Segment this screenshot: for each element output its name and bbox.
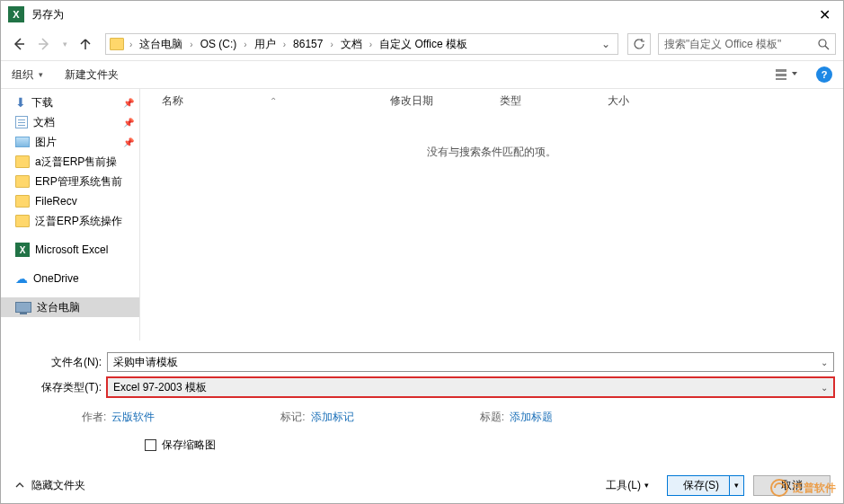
- chevron-down-icon[interactable]: ⌄: [821, 358, 828, 367]
- arrow-right-icon: [37, 37, 51, 51]
- sidebar: ⬇下载📌 文档📌 图片📌 a泛普ERP售前操 ERP管理系统售前 FileRec…: [1, 89, 140, 340]
- sidebar-item-excel[interactable]: XMicrosoft Excel: [1, 240, 139, 260]
- search-placeholder: 搜索"自定义 Office 模板": [664, 37, 817, 52]
- recent-dropdown[interactable]: ▾: [58, 33, 71, 55]
- title-bar: X 另存为 ✕: [1, 1, 843, 28]
- folder-icon: [15, 195, 30, 208]
- col-name[interactable]: 名称: [162, 93, 183, 109]
- forward-button[interactable]: [33, 33, 55, 55]
- picture-icon: [15, 137, 30, 147]
- up-button[interactable]: [75, 33, 96, 55]
- save-button[interactable]: 保存(S) ▾: [667, 475, 744, 496]
- chevron-right-icon[interactable]: ›: [126, 40, 136, 49]
- filetype-label: 保存类型(T):: [10, 380, 107, 395]
- tools-button[interactable]: 工具(L)▾: [606, 478, 649, 493]
- save-dropdown[interactable]: ▾: [729, 476, 743, 495]
- breadcrumb-item[interactable]: 这台电脑: [136, 37, 186, 52]
- folder-icon: [15, 155, 30, 168]
- col-size[interactable]: 大小: [608, 93, 629, 109]
- chevron-down-icon: ▾: [644, 481, 649, 490]
- chevron-up-icon: [13, 479, 26, 491]
- footer: 隐藏文件夹 工具(L)▾ 保存(S) ▾ 取消: [1, 467, 843, 503]
- sidebar-item-pictures[interactable]: 图片📌: [1, 132, 139, 152]
- arrow-up-icon: [78, 37, 93, 51]
- folder-icon: [15, 175, 30, 188]
- file-list-area: 名称 ⌃ 修改日期 类型 大小 没有与搜索条件匹配的项。: [140, 89, 843, 340]
- filename-input[interactable]: 采购申请模板⌄: [107, 352, 834, 372]
- svg-rect-4: [776, 69, 786, 72]
- arrow-left-icon: [12, 37, 26, 51]
- hide-folders-button[interactable]: 隐藏文件夹: [13, 478, 85, 493]
- new-folder-button[interactable]: 新建文件夹: [65, 67, 119, 83]
- col-type[interactable]: 类型: [500, 93, 521, 109]
- meta-tags[interactable]: 标记:添加标记: [280, 410, 353, 425]
- chevron-right-icon[interactable]: ›: [366, 40, 376, 49]
- col-date[interactable]: 修改日期: [390, 93, 433, 109]
- sidebar-item-documents[interactable]: 文档📌: [1, 112, 139, 132]
- breadcrumb-item[interactable]: OS (C:): [197, 38, 241, 50]
- close-button[interactable]: ✕: [813, 6, 836, 23]
- empty-message: 没有与搜索条件匹配的项。: [140, 145, 843, 160]
- chevron-right-icon[interactable]: ›: [186, 40, 196, 49]
- breadcrumb-item[interactable]: 自定义 Office 模板: [376, 37, 471, 52]
- thumbnail-label[interactable]: 保存缩略图: [162, 438, 216, 453]
- pin-icon: 📌: [123, 118, 134, 128]
- svg-line-3: [825, 46, 829, 49]
- help-button[interactable]: ?: [816, 66, 832, 83]
- body-area: ⬇下载📌 文档📌 图片📌 a泛普ERP售前操 ERP管理系统售前 FileRec…: [1, 89, 843, 340]
- svg-rect-5: [776, 74, 786, 76]
- breadcrumb-dropdown[interactable]: ⌄: [596, 38, 616, 50]
- breadcrumb-item[interactable]: 用户: [251, 37, 280, 52]
- column-headers[interactable]: 名称 ⌃ 修改日期 类型 大小: [140, 89, 843, 112]
- cloud-icon: ☁: [15, 271, 28, 286]
- meta-author[interactable]: 作者:云版软件: [82, 410, 155, 425]
- save-form: 文件名(N): 采购申请模板⌄ 保存类型(T): Excel 97-2003 模…: [1, 340, 843, 453]
- breadcrumb-item[interactable]: 文档: [337, 37, 366, 52]
- svg-point-2: [819, 40, 826, 47]
- thumbnail-checkbox[interactable]: [145, 439, 156, 451]
- download-icon: ⬇: [15, 95, 26, 110]
- meta-title[interactable]: 标题:添加标题: [480, 410, 553, 425]
- pin-icon: 📌: [123, 98, 134, 108]
- sidebar-item-folder[interactable]: ERP管理系统售前: [1, 172, 139, 191]
- nav-row: ▾ › 这台电脑 › OS (C:) › 用户 › 86157 › 文档 › 自…: [1, 28, 843, 60]
- filetype-select[interactable]: Excel 97-2003 模板⌄: [107, 377, 834, 397]
- sidebar-item-folder[interactable]: a泛普ERP售前操: [1, 152, 139, 172]
- toolbar: 组织 新建文件夹 ?: [1, 60, 843, 89]
- window-title: 另存为: [31, 7, 64, 22]
- chevron-right-icon[interactable]: ›: [280, 40, 289, 49]
- excel-icon: X: [15, 243, 30, 257]
- folder-icon: [108, 35, 126, 53]
- view-toggle[interactable]: [775, 67, 800, 82]
- sidebar-item-downloads[interactable]: ⬇下载📌: [1, 93, 139, 112]
- refresh-icon: [633, 38, 645, 50]
- pc-icon: [15, 302, 31, 313]
- excel-app-icon: X: [8, 6, 24, 22]
- sort-indicator-icon: ⌃: [270, 96, 277, 106]
- chevron-right-icon[interactable]: ›: [326, 40, 336, 49]
- back-button[interactable]: [8, 33, 30, 55]
- organize-button[interactable]: 组织: [12, 67, 43, 83]
- pin-icon: 📌: [123, 137, 134, 147]
- cancel-button[interactable]: 取消: [753, 475, 831, 496]
- chevron-down-icon[interactable]: ⌄: [821, 383, 828, 393]
- sidebar-item-folder[interactable]: 泛普ERP系统操作: [1, 211, 139, 231]
- chevron-right-icon[interactable]: ›: [240, 40, 250, 49]
- refresh-button[interactable]: [627, 33, 651, 55]
- sidebar-item-thispc[interactable]: 这台电脑: [1, 297, 139, 317]
- search-icon[interactable]: [817, 38, 830, 50]
- breadcrumb-item[interactable]: 86157: [289, 38, 326, 50]
- sidebar-item-onedrive[interactable]: ☁OneDrive: [1, 269, 139, 288]
- chevron-down-icon: ▾: [63, 40, 67, 49]
- svg-rect-6: [776, 78, 786, 80]
- search-input[interactable]: 搜索"自定义 Office 模板": [658, 33, 836, 55]
- filename-label: 文件名(N):: [10, 355, 107, 370]
- breadcrumb[interactable]: › 这台电脑 › OS (C:) › 用户 › 86157 › 文档 › 自定义…: [105, 33, 618, 55]
- sidebar-item-folder[interactable]: FileRecv: [1, 191, 139, 211]
- document-icon: [15, 116, 28, 128]
- folder-icon: [15, 215, 30, 227]
